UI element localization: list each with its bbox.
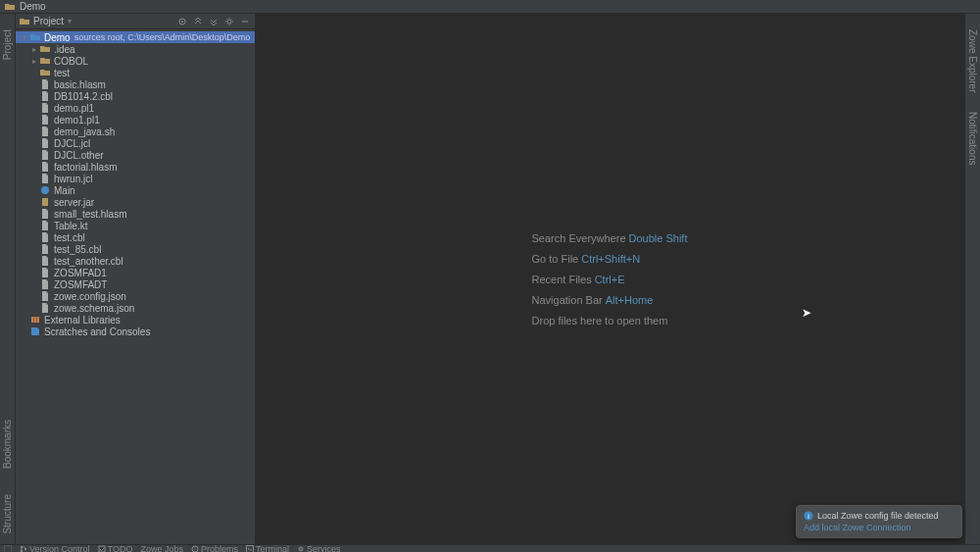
welcome-hints: Search EverywhereDouble Shift Go to File… [532, 224, 688, 335]
file-icon [29, 326, 41, 337]
window-title: Demo [20, 1, 46, 12]
ribbon-notifications[interactable]: Notifications [967, 108, 978, 169]
file-icon [29, 314, 41, 326]
tree-file[interactable]: ZOSMFADT [16, 278, 255, 290]
tree-file[interactable]: demo1.pl1 [16, 114, 255, 125]
svg-point-1 [181, 21, 183, 23]
status-problems[interactable]: !Problems [191, 545, 238, 552]
tree-file[interactable]: DJCL.jcl [16, 137, 255, 149]
svg-rect-18 [34, 317, 37, 323]
tree-arrow-icon[interactable]: ▾ [20, 33, 29, 42]
tree-file[interactable]: small_test.hlasm [16, 208, 255, 220]
tree-file[interactable]: factorial.hlasm [16, 161, 255, 173]
tree-file[interactable]: demo.pl1 [16, 102, 255, 114]
project-tool-header: Project ▾ [16, 14, 255, 29]
project-tree[interactable]: ▾Demosources root, C:\Users\Admin\Deskto… [16, 14, 255, 544]
file-icon [39, 278, 51, 290]
hint-recent-files[interactable]: Recent FilesCtrl+E [532, 274, 688, 285]
tree-label: ZOSMFAD1 [54, 268, 107, 278]
file-icon [39, 149, 51, 161]
tree-file[interactable]: test_another.cbl [16, 255, 255, 267]
file-icon [39, 173, 51, 184]
file-icon [39, 102, 51, 114]
tree-file[interactable]: demo_java.sh [16, 125, 255, 137]
svg-rect-17 [31, 317, 34, 323]
tree-arrow-icon[interactable]: ▸ [29, 57, 39, 66]
expand-all-icon[interactable] [192, 16, 204, 27]
file-icon [39, 137, 51, 149]
tree-scratches[interactable]: Scratches and Consoles [16, 326, 255, 337]
tree-label: hwrun.jcl [54, 174, 92, 184]
tree-file[interactable]: zowe.schema.json [16, 302, 255, 314]
window-titlebar: Demo [0, 0, 980, 14]
file-icon [39, 67, 51, 78]
tree-label: DJCL.jcl [54, 138, 90, 149]
tree-folder-idea[interactable]: ▸.idea [16, 43, 255, 55]
svg-point-22 [21, 549, 23, 551]
file-icon [39, 184, 51, 196]
hint-nav-bar[interactable]: Navigation BarAlt+Home [532, 294, 688, 306]
tree-file[interactable]: test.cbl [16, 231, 255, 243]
tree-label: demo_java.sh [54, 126, 115, 137]
file-icon [39, 55, 51, 67]
file-icon [39, 161, 51, 173]
hint-search-everywhere[interactable]: Search EverywhereDouble Shift [532, 232, 688, 244]
project-tool-label[interactable]: Project [33, 16, 64, 26]
tree-file[interactable]: basic.hlasm [16, 78, 255, 90]
file-icon [39, 114, 51, 125]
tree-external-libraries[interactable]: External Libraries [16, 314, 255, 326]
tree-folder-COBOL[interactable]: ▸COBOL [16, 55, 255, 67]
tree-file[interactable]: test_85.cbl [16, 243, 255, 255]
select-opened-file-icon[interactable] [176, 16, 188, 27]
ribbon-structure[interactable]: Structure [2, 490, 13, 538]
tree-root[interactable]: ▾Demosources root, C:\Users\Admin\Deskto… [16, 31, 255, 43]
mouse-cursor-icon: ➤ [802, 306, 811, 320]
svg-point-2 [227, 20, 231, 24]
tree-file[interactable]: server.jar [16, 196, 255, 208]
collapse-all-icon[interactable] [208, 16, 220, 27]
notification-title: Local Zowe config file detected [817, 511, 939, 521]
tree-file[interactable]: ZOSMFAD1 [16, 267, 255, 278]
status-todo[interactable]: TODO [98, 545, 133, 552]
tree-folder-test[interactable]: test [16, 67, 255, 78]
notification-link[interactable]: Add local Zowe Connection [804, 523, 955, 532]
tree-label: server.jar [54, 197, 94, 208]
status-services[interactable]: Services [297, 545, 341, 552]
status-indicator-icon[interactable] [4, 545, 12, 552]
tree-arrow-icon[interactable]: ▸ [29, 45, 39, 54]
status-terminal[interactable]: Terminal [246, 545, 289, 552]
ribbon-project[interactable]: Project [2, 25, 13, 64]
file-icon [39, 196, 51, 208]
tree-file[interactable]: hwrun.jcl [16, 173, 255, 184]
tree-label: basic.hlasm [54, 79, 106, 90]
project-folder-icon [4, 1, 16, 13]
file-icon [39, 208, 51, 220]
svg-rect-20 [4, 545, 12, 553]
right-tool-ribbon: Zowe Explorer Notifications [964, 14, 980, 544]
tree-file[interactable]: Main [16, 184, 255, 196]
status-zowe-jobs[interactable]: Zowe Jobs [140, 545, 183, 552]
dropdown-chevron-icon[interactable]: ▾ [68, 17, 72, 25]
settings-gear-icon[interactable] [223, 16, 235, 27]
tree-label: demo.pl1 [54, 103, 94, 114]
ribbon-zowe-explorer[interactable]: Zowe Explorer [967, 25, 978, 96]
editor-area[interactable]: Search EverywhereDouble Shift Go to File… [255, 14, 964, 544]
file-icon [29, 31, 41, 43]
tree-label: Table.kt [54, 221, 87, 231]
tree-label: Main [54, 185, 75, 196]
status-version-control[interactable]: Version Control [20, 545, 90, 552]
tree-label: test [54, 68, 70, 78]
hide-tool-icon[interactable] [239, 16, 251, 27]
svg-rect-3 [242, 21, 248, 22]
file-icon [39, 90, 51, 102]
file-icon [39, 302, 51, 314]
tree-file[interactable]: Table.kt [16, 220, 255, 231]
hint-go-to-file[interactable]: Go to FileCtrl+Shift+N [532, 253, 688, 265]
status-bar: Version Control TODO Zowe Jobs !Problems… [0, 544, 980, 552]
file-icon [39, 243, 51, 255]
tree-file[interactable]: DB1014.2.cbl [16, 90, 255, 102]
tree-file[interactable]: zowe.config.json [16, 290, 255, 302]
tree-label: ZOSMFADT [54, 279, 107, 290]
tree-file[interactable]: DJCL.other [16, 149, 255, 161]
ribbon-bookmarks[interactable]: Bookmarks [2, 416, 13, 473]
